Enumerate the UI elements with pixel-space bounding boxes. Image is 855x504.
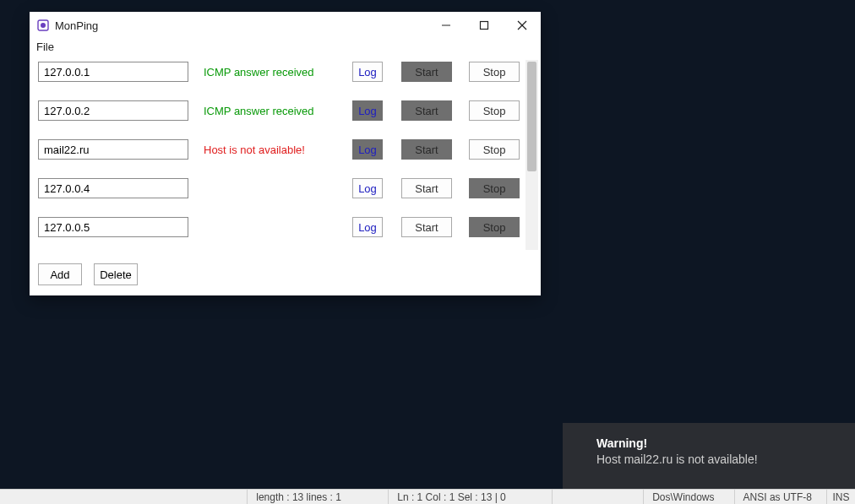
- statusbar-eol: Dos\Windows: [643, 490, 733, 504]
- host-status: ICMP answer received: [204, 66, 337, 79]
- start-button[interactable]: Start: [401, 139, 452, 160]
- menu-file[interactable]: File: [36, 41, 54, 53]
- toast-body: Host mail22.ru is not available!: [596, 453, 840, 466]
- rows-area: ICMP answer receivedLogStartStopICMP ans…: [30, 58, 541, 255]
- monping-window: MonPing File ICMP answer receivedLogStar…: [30, 12, 541, 295]
- delete-button[interactable]: Delete: [94, 263, 138, 285]
- app-icon: [36, 19, 50, 32]
- toast-title: Warning!: [596, 436, 840, 450]
- log-button[interactable]: Log: [352, 139, 383, 160]
- menubar: File: [30, 39, 541, 58]
- log-button[interactable]: Log: [352, 62, 383, 82]
- log-button[interactable]: Log: [352, 217, 383, 237]
- host-row: Host is not available!LogStartStop: [38, 139, 526, 160]
- start-button[interactable]: Start: [401, 62, 452, 82]
- editor-statusbar: length : 13 lines : 1 Ln : 1 Col : 1 Sel…: [0, 489, 855, 504]
- log-button[interactable]: Log: [352, 178, 383, 198]
- statusbar-spacer: [0, 490, 247, 504]
- start-button[interactable]: Start: [401, 100, 452, 121]
- host-input[interactable]: [38, 100, 188, 121]
- stop-button[interactable]: Stop: [469, 217, 520, 237]
- titlebar: MonPing: [30, 12, 541, 39]
- host-status: ICMP answer received: [204, 105, 337, 117]
- statusbar-length: length : 13 lines : 1: [247, 490, 388, 504]
- start-button[interactable]: Start: [401, 217, 452, 237]
- log-button[interactable]: Log: [352, 100, 383, 121]
- vertical-scrollbar[interactable]: [526, 60, 538, 250]
- footer-buttons: Add Delete: [30, 255, 541, 295]
- host-row: LogStartStop: [38, 178, 526, 198]
- stop-button[interactable]: Stop: [469, 178, 520, 198]
- host-row: LogStartStop: [38, 217, 526, 237]
- window-title: MonPing: [55, 19, 98, 32]
- statusbar-ins: INS: [826, 490, 855, 504]
- minimize-button[interactable]: [427, 12, 465, 39]
- host-row: ICMP answer receivedLogStartStop: [38, 62, 526, 82]
- start-button[interactable]: Start: [401, 178, 452, 198]
- host-input[interactable]: [38, 178, 188, 198]
- statusbar-position: Ln : 1 Col : 1 Sel : 13 | 0: [388, 490, 552, 504]
- close-button[interactable]: [503, 12, 541, 39]
- host-row: ICMP answer receivedLogStartStop: [38, 100, 526, 121]
- scrollbar-thumb[interactable]: [527, 62, 536, 171]
- statusbar-spacer2: [552, 490, 643, 504]
- host-status: Host is not available!: [204, 144, 337, 156]
- host-input[interactable]: [38, 217, 188, 237]
- add-button[interactable]: Add: [38, 263, 82, 285]
- host-input[interactable]: [38, 139, 188, 160]
- host-input[interactable]: [38, 62, 188, 82]
- stop-button[interactable]: Stop: [469, 100, 520, 121]
- maximize-button[interactable]: [465, 12, 503, 39]
- svg-rect-3: [480, 22, 487, 30]
- window-controls: [427, 12, 541, 39]
- warning-toast[interactable]: Warning! Host mail22.ru is not available…: [563, 423, 855, 490]
- statusbar-encoding: ANSI as UTF-8: [734, 490, 826, 504]
- svg-point-1: [41, 23, 46, 28]
- stop-button[interactable]: Stop: [469, 62, 520, 82]
- stop-button[interactable]: Stop: [469, 139, 520, 160]
